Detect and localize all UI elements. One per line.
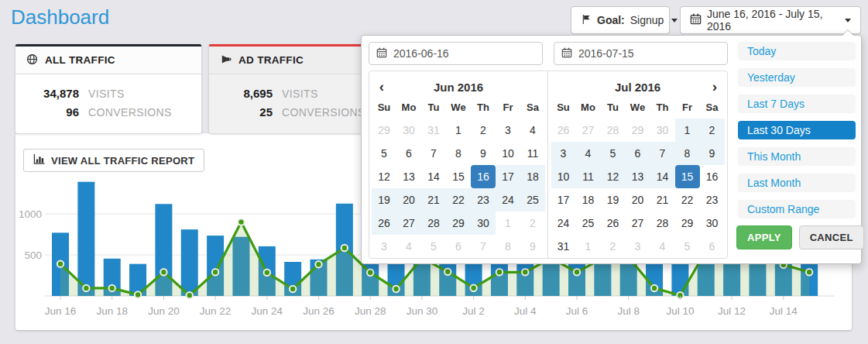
calendar-day-cell[interactable]: 31: [551, 235, 576, 258]
calendar-day-cell[interactable]: 22: [675, 188, 700, 212]
preset-range-yesterday[interactable]: Yesterday: [738, 68, 856, 87]
calendar-day-cell[interactable]: 1: [576, 235, 601, 258]
calendar-day-cell[interactable]: 1: [496, 212, 520, 235]
calendar-day-cell[interactable]: 23: [700, 188, 725, 212]
calendar-day-cell[interactable]: 26: [601, 212, 626, 235]
calendar-day-cell[interactable]: 28: [601, 119, 626, 142]
end-date-input[interactable]: 2016-07-15: [554, 42, 728, 65]
calendar-day-cell[interactable]: 9: [520, 235, 545, 258]
calendar-day-cell[interactable]: 13: [396, 165, 421, 188]
calendar-day-cell[interactable]: 13: [626, 165, 650, 188]
calendar-day-cell[interactable]: 26: [551, 119, 576, 142]
calendar-day-cell[interactable]: 11: [576, 165, 601, 188]
calendar-day-cell[interactable]: 1: [675, 119, 700, 142]
calendar-day-cell[interactable]: 2: [520, 212, 545, 235]
calendar-day-cell[interactable]: 29: [626, 119, 650, 142]
calendar-day-cell[interactable]: 2: [471, 119, 496, 142]
calendar-day-cell[interactable]: 12: [372, 165, 396, 188]
calendar-day-cell[interactable]: 25: [520, 188, 545, 212]
calendar-day-cell[interactable]: 5: [372, 142, 396, 165]
calendar-day-cell[interactable]: 5: [421, 235, 446, 258]
next-month-icon[interactable]: ›: [705, 77, 725, 97]
calendar-day-cell[interactable]: 30: [471, 212, 496, 235]
calendar-day-cell[interactable]: 4: [396, 235, 421, 258]
calendar-day-cell[interactable]: 7: [421, 142, 446, 165]
calendar-day-cell[interactable]: 29: [372, 119, 396, 142]
calendar-day-cell[interactable]: 19: [372, 188, 396, 212]
calendar-day-cell[interactable]: 18: [576, 188, 601, 212]
goal-dropdown-button[interactable]: Goal: Signup: [571, 6, 670, 34]
preset-range-last-month[interactable]: Last Month: [738, 174, 856, 192]
calendar-day-cell[interactable]: 4: [576, 142, 601, 165]
calendar-day-cell[interactable]: 3: [626, 235, 650, 258]
calendar-day-cell[interactable]: 3: [551, 142, 576, 165]
calendar-day-cell[interactable]: 6: [446, 235, 471, 258]
calendar-day-cell[interactable]: 4: [520, 119, 545, 142]
preset-range-this-month[interactable]: This Month: [738, 147, 856, 166]
calendar-day-cell[interactable]: 10: [551, 165, 576, 188]
calendar-day-cell[interactable]: 7: [650, 142, 675, 165]
calendar-day-cell[interactable]: 23: [471, 188, 496, 212]
calendar-day-cell[interactable]: 16: [700, 165, 725, 188]
apply-button[interactable]: APPLY: [736, 225, 792, 249]
calendar-day-cell[interactable]: 8: [675, 142, 700, 165]
calendar-day-cell[interactable]: 30: [396, 119, 421, 142]
calendar-day-cell[interactable]: 15: [675, 165, 700, 188]
calendar-day-cell[interactable]: 25: [576, 212, 601, 235]
preset-range-last-30-days[interactable]: Last 30 Days: [738, 121, 856, 139]
preset-range-today[interactable]: Today: [738, 42, 856, 60]
calendar-day-cell[interactable]: 14: [650, 165, 675, 188]
view-all-traffic-report-button[interactable]: VIEW ALL TRAFFIC REPORT: [23, 149, 204, 172]
calendar-day-cell[interactable]: 27: [626, 212, 650, 235]
calendar-day-cell[interactable]: 5: [601, 142, 626, 165]
calendar-day-cell[interactable]: 4: [650, 235, 675, 258]
calendar-day-cell[interactable]: 6: [700, 235, 725, 258]
calendar-day-cell[interactable]: 18: [520, 165, 545, 188]
calendar-day-cell[interactable]: 14: [421, 165, 446, 188]
calendar-day-cell[interactable]: 27: [576, 119, 601, 142]
calendar-day-cell[interactable]: 24: [551, 212, 576, 235]
calendar-day-cell[interactable]: 6: [396, 142, 421, 165]
start-date-input[interactable]: 2016-06-16: [369, 42, 543, 65]
calendar-day-cell[interactable]: 26: [372, 212, 396, 235]
calendar-day-cell[interactable]: 2: [601, 235, 626, 258]
calendar-day-cell[interactable]: 20: [626, 188, 650, 212]
date-range-dropdown-button[interactable]: June 16, 2016 - July 15, 2016: [680, 6, 861, 34]
calendar-day-cell[interactable]: 3: [372, 235, 396, 258]
calendar-day-cell[interactable]: 22: [446, 188, 471, 212]
calendar-day-cell[interactable]: 9: [471, 142, 496, 165]
calendar-day-cell[interactable]: 12: [601, 165, 626, 188]
calendar-day-cell[interactable]: 11: [520, 142, 545, 165]
calendar-day-cell[interactable]: 21: [421, 188, 446, 212]
calendar-day-cell[interactable]: 28: [650, 212, 675, 235]
calendar-day-cell[interactable]: 10: [496, 142, 520, 165]
calendar-day-cell[interactable]: 31: [421, 119, 446, 142]
calendar-day-cell[interactable]: 7: [471, 235, 496, 258]
calendar-day-cell[interactable]: 17: [551, 188, 576, 212]
calendar-day-cell[interactable]: 5: [675, 235, 700, 258]
cancel-button[interactable]: CANCEL: [799, 225, 864, 249]
calendar-day-cell[interactable]: 27: [396, 212, 421, 235]
calendar-day-cell[interactable]: 19: [601, 188, 626, 212]
preset-range-custom-range[interactable]: Custom Range: [738, 200, 856, 218]
calendar-day-cell[interactable]: 2: [700, 119, 725, 142]
calendar-day-cell[interactable]: 21: [650, 188, 675, 212]
calendar-day-cell[interactable]: 8: [446, 142, 471, 165]
calendar-day-cell[interactable]: 16: [471, 165, 496, 188]
calendar-day-cell[interactable]: 9: [700, 142, 725, 165]
prev-month-icon[interactable]: ‹: [372, 77, 392, 97]
calendar-day-cell[interactable]: 29: [446, 212, 471, 235]
calendar-day-cell[interactable]: 15: [446, 165, 471, 188]
all-traffic-card[interactable]: ALL TRAFFIC 34,878 VISITS 96 CONVERSIONS: [15, 44, 201, 133]
calendar-day-cell[interactable]: 1: [446, 119, 471, 142]
calendar-day-cell[interactable]: 3: [496, 119, 520, 142]
calendar-day-cell[interactable]: 30: [650, 119, 675, 142]
calendar-day-cell[interactable]: 17: [496, 165, 520, 188]
calendar-day-cell[interactable]: 20: [396, 188, 421, 212]
calendar-day-cell[interactable]: 30: [700, 212, 725, 235]
calendar-day-cell[interactable]: 8: [496, 235, 520, 258]
calendar-day-cell[interactable]: 28: [421, 212, 446, 235]
preset-range-last-7-days[interactable]: Last 7 Days: [738, 95, 856, 113]
calendar-day-cell[interactable]: 6: [626, 142, 650, 165]
calendar-day-cell[interactable]: 29: [675, 212, 700, 235]
